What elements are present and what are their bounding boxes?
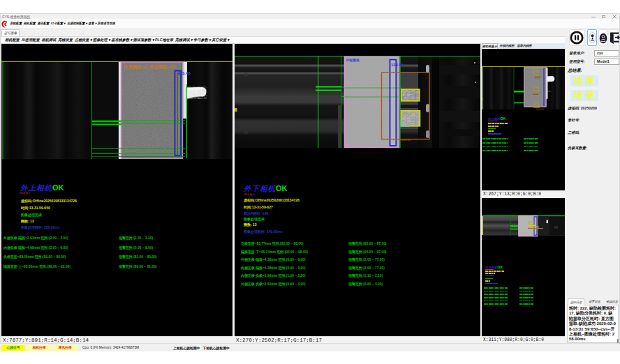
svg-text:123.80: 123.80 — [391, 63, 404, 67]
svg-text:灯亮阈值:93, 动态阈值:100: 灯亮阈值:93, 动态阈值:100 — [123, 64, 176, 70]
svg-text:AI检测框: AI检测框 — [346, 58, 360, 63]
svg-text:N3.8 0.30: N3.8 0.30 — [401, 139, 411, 142]
svg-text:礀3.48: 礀3.48 — [177, 70, 191, 76]
